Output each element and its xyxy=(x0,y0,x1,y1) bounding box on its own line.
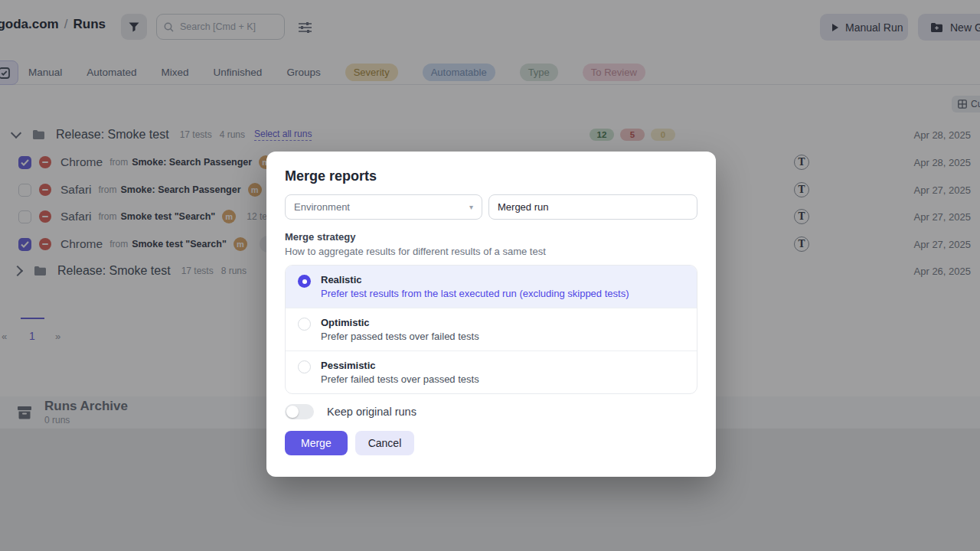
radio-selected-icon[interactable] xyxy=(298,275,311,288)
strategy-options: Realistic Prefer test results from the l… xyxy=(285,265,697,394)
environment-select-value: Environment xyxy=(294,201,350,213)
app-window: agoda.com/Runs Manual Run xyxy=(0,0,980,551)
merged-run-name-input[interactable] xyxy=(488,194,697,220)
cancel-button[interactable]: Cancel xyxy=(355,431,415,455)
merge-strategy-hint: How to aggregate results for different r… xyxy=(285,246,697,257)
merge-button[interactable]: Merge xyxy=(285,431,348,455)
option-description: Prefer test results from the last execut… xyxy=(321,288,684,299)
modal-title: Merge reports xyxy=(285,168,697,184)
keep-original-row: Keep original runs xyxy=(285,404,697,419)
strategy-option-optimistic[interactable]: Optimistic Prefer passed tests over fail… xyxy=(286,308,697,350)
merge-reports-modal: Merge reports Environment ▾ Merge strate… xyxy=(266,152,716,477)
strategy-option-pessimistic[interactable]: Pessimistic Prefer failed tests over pas… xyxy=(286,350,697,393)
radio-unselected-icon[interactable] xyxy=(298,360,311,373)
modal-actions: Merge Cancel xyxy=(285,431,697,455)
environment-select[interactable]: Environment ▾ xyxy=(285,194,482,220)
option-name: Pessimistic xyxy=(321,360,684,371)
option-description: Prefer passed tests over failed tests xyxy=(321,331,684,342)
toggle-knob xyxy=(286,406,299,418)
option-name: Realistic xyxy=(321,274,684,285)
chevron-down-icon: ▾ xyxy=(469,203,473,211)
option-description: Prefer failed tests over passed tests xyxy=(321,373,684,385)
option-name: Optimistic xyxy=(321,317,684,328)
radio-unselected-icon[interactable] xyxy=(298,318,311,331)
strategy-option-realistic[interactable]: Realistic Prefer test results from the l… xyxy=(286,266,697,308)
merge-strategy-label: Merge strategy xyxy=(285,231,697,243)
modal-controls: Environment ▾ xyxy=(285,194,697,220)
keep-original-label: Keep original runs xyxy=(327,406,416,418)
keep-original-toggle[interactable] xyxy=(285,404,314,419)
